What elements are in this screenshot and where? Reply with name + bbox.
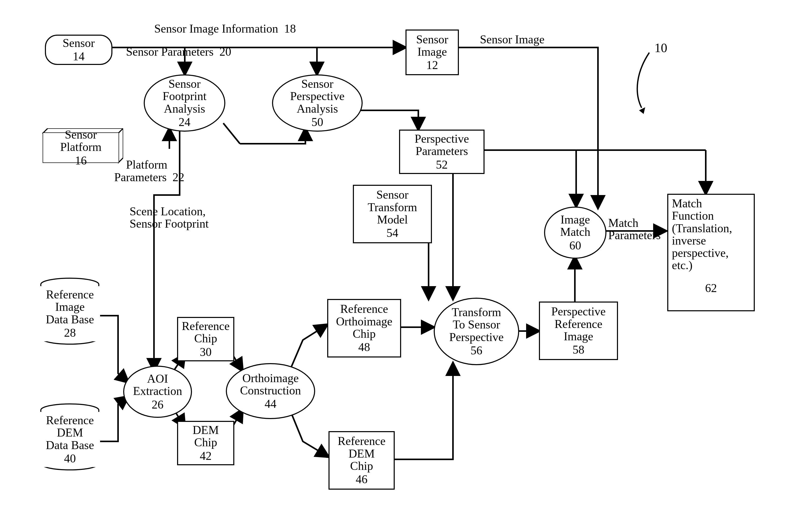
node-match-function-num: 62	[705, 282, 717, 294]
node-sensor-num: 14	[73, 50, 85, 62]
label-platform-parameters: Platform Parameters 22	[114, 146, 184, 196]
node-ref-dem-db-text: Reference DEM Data Base	[46, 414, 94, 451]
node-match-function: Match Function (Translation, inverse per…	[667, 194, 755, 311]
label-figure-ref: 10	[654, 41, 667, 55]
node-perspective-parameters-num: 52	[436, 159, 448, 171]
node-image-match-num: 60	[570, 239, 581, 252]
node-sensor-transform-model: Sensor Transform Model 54	[353, 185, 432, 243]
node-sensor-perspective-analysis: Sensor Perspective Analysis 50	[272, 74, 363, 132]
node-ref-dem-chip-text: Reference DEM Chip	[338, 435, 385, 472]
node-sensor-perspective-num: 50	[311, 116, 323, 128]
node-sensor-perspective-text: Sensor Perspective Analysis	[290, 78, 344, 115]
node-ref-dem-db-num: 40	[64, 452, 76, 465]
node-perspective-reference-image: Perspective Reference Image 58	[539, 302, 618, 360]
node-perspective-parameters: Perspective Parameters 52	[399, 130, 485, 174]
node-image-match-text: Image Match	[560, 214, 591, 238]
node-perspective-parameters-text: Perspective Parameters	[414, 133, 469, 158]
node-aoi-extraction-num: 26	[152, 399, 163, 411]
node-sensor-platform-text: Sensor Platform	[43, 129, 119, 154]
node-sensor: Sensor 14	[45, 35, 112, 65]
node-reference-chip: Reference Chip 30	[177, 317, 234, 361]
node-sensor-transform-text: Sensor Transform Model	[368, 188, 417, 226]
node-dem-chip-text: DEM Chip	[193, 424, 219, 449]
node-ref-image-db: Reference Image Data Base 28	[40, 286, 100, 341]
node-reference-chip-text: Reference Chip	[182, 320, 230, 345]
node-persp-ref-image-text: Perspective Reference Image	[551, 305, 606, 343]
node-ref-dem-chip-num: 46	[356, 473, 367, 486]
node-sensor-image-text: Sensor Image	[416, 33, 448, 58]
node-ref-image-db-num: 28	[64, 327, 76, 339]
node-sensor-footprint-num: 24	[179, 116, 191, 128]
node-dem-chip-num: 42	[200, 450, 212, 462]
label-sensor-image-arrow: Sensor Image	[480, 33, 545, 46]
node-sensor-text: Sensor	[62, 37, 95, 49]
node-sensor-image: Sensor Image 12	[405, 30, 459, 75]
label-sensor-parameters: Sensor Parameters 20	[114, 33, 231, 71]
node-sensor-image-num: 12	[426, 59, 438, 71]
node-ref-orthoimage-chip-text: Reference Orthoimage Chip	[336, 303, 392, 340]
node-ref-image-db-text: Reference Image Data Base	[46, 288, 94, 326]
node-aoi-extraction: AOI Extraction 26	[123, 366, 192, 418]
node-aoi-extraction-text: AOI Extraction	[133, 373, 182, 397]
node-match-function-text: Match Function (Translation, inverse per…	[672, 197, 732, 272]
node-ref-dem-db: Reference DEM Data Base 40	[40, 412, 100, 467]
node-ref-orthoimage-chip-num: 48	[358, 341, 370, 354]
node-orthoimage-construction-num: 44	[265, 398, 276, 410]
node-image-match: Image Match 60	[544, 206, 607, 259]
node-sensor-platform: Sensor Platform 16	[43, 133, 119, 162]
label-match-parameters: Match Parameters	[608, 217, 661, 242]
node-reference-chip-num: 30	[200, 346, 212, 358]
node-ref-dem-chip: Reference DEM Chip 46	[328, 431, 395, 490]
svg-line-4	[223, 123, 240, 144]
node-ref-orthoimage-chip: Reference Orthoimage Chip 48	[327, 299, 401, 358]
node-sensor-footprint-analysis: Sensor Footprint Analysis 24	[144, 74, 225, 132]
node-orthoimage-construction: Orthoimage Construction 44	[226, 363, 315, 419]
node-sensor-transform-num: 54	[386, 227, 398, 239]
node-dem-chip: DEM Chip 42	[177, 421, 234, 465]
node-sensor-footprint-text: Sensor Footprint Analysis	[162, 78, 206, 115]
node-orthoimage-construction-text: Orthoimage Construction	[240, 372, 301, 397]
node-persp-ref-image-num: 58	[573, 344, 584, 356]
diagram-canvas: Sensor Image Information 18 Sensor Param…	[0, 0, 812, 523]
node-transform-to-sp-text: Transform To Sensor Perspective	[449, 306, 504, 343]
node-transform-to-sensor-perspective: Transform To Sensor Perspective 56	[434, 298, 519, 365]
label-scene-location: Scene Location, Sensor Footprint	[130, 205, 209, 230]
node-sensor-platform-num: 16	[75, 155, 87, 167]
node-transform-to-sp-num: 56	[471, 344, 483, 357]
